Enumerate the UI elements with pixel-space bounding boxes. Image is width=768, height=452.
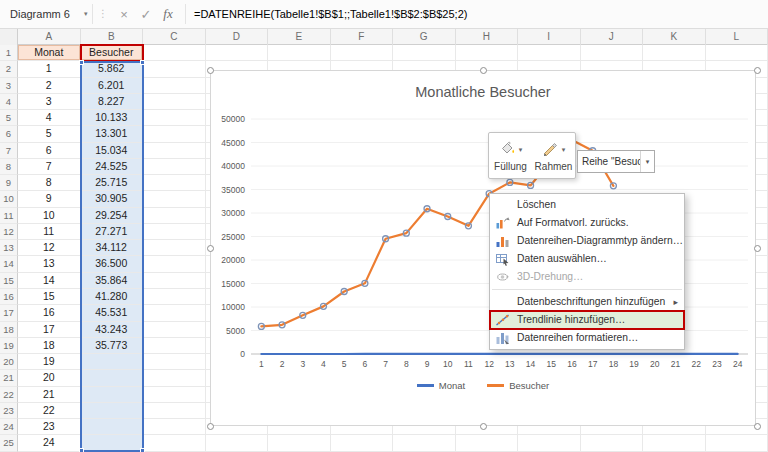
fill-button[interactable]: ▾ Füllung	[489, 133, 532, 178]
row-header-2[interactable]: 2	[0, 61, 18, 77]
row-header-8[interactable]: 8	[0, 159, 18, 175]
row-header-1[interactable]: 1	[0, 45, 18, 61]
column-header-E[interactable]: E	[268, 29, 331, 45]
cell-H1[interactable]	[456, 45, 519, 61]
cell-C13[interactable]	[143, 240, 206, 256]
column-header-K[interactable]: K	[643, 29, 706, 45]
cell-A14[interactable]: 13	[18, 256, 81, 272]
cell-B2[interactable]: 5.862	[81, 61, 144, 77]
cell-C7[interactable]	[143, 143, 206, 159]
menu-item-add-data-labels[interactable]: Datenbeschriftungen hinzufügen▸	[490, 293, 684, 311]
column-header-I[interactable]: I	[518, 29, 581, 45]
cell-C5[interactable]	[143, 110, 206, 126]
row-header-4[interactable]: 4	[0, 94, 18, 110]
column-header-L[interactable]: L	[706, 29, 768, 45]
column-header-D[interactable]: D	[206, 29, 269, 45]
row-header-19[interactable]: 19	[0, 338, 18, 354]
cell-A2[interactable]: 1	[18, 61, 81, 77]
chart-resize-handle[interactable]	[754, 423, 761, 430]
cell-B23[interactable]	[81, 403, 144, 419]
cell-L1[interactable]	[706, 45, 768, 61]
column-header-G[interactable]: G	[393, 29, 456, 45]
cancel-icon[interactable]: ×	[113, 7, 135, 22]
cell-A17[interactable]: 16	[18, 305, 81, 321]
cell-B9[interactable]: 25.715	[81, 175, 144, 191]
row-header-13[interactable]: 13	[0, 240, 18, 256]
cell-A8[interactable]: 7	[18, 159, 81, 175]
cell-C18[interactable]	[143, 322, 206, 338]
row-header-24[interactable]: 24	[0, 419, 18, 435]
row-header-18[interactable]: 18	[0, 322, 18, 338]
cell-A25[interactable]: 24	[18, 435, 81, 451]
cell-C3[interactable]	[143, 78, 206, 94]
cell-B11[interactable]: 29.254	[81, 208, 144, 224]
cell-B18[interactable]: 43.243	[81, 322, 144, 338]
column-header-J[interactable]: J	[581, 29, 644, 45]
cell-I25[interactable]	[518, 435, 581, 451]
cell-A7[interactable]: 6	[18, 143, 81, 159]
cell-C21[interactable]	[143, 370, 206, 386]
cell-B5[interactable]: 10.133	[81, 110, 144, 126]
cell-C25[interactable]	[143, 435, 206, 451]
cell-C20[interactable]	[143, 354, 206, 370]
cell-I1[interactable]	[518, 45, 581, 61]
cell-E1[interactable]	[268, 45, 331, 61]
row-header-21[interactable]: 21	[0, 370, 18, 386]
select-all-corner[interactable]	[0, 29, 18, 45]
cell-B6[interactable]: 13.301	[81, 126, 144, 142]
cell-C9[interactable]	[143, 175, 206, 191]
cell-D25[interactable]	[206, 435, 269, 451]
chart-resize-handle[interactable]	[754, 67, 761, 74]
cell-J1[interactable]	[581, 45, 644, 61]
row-header-11[interactable]: 11	[0, 208, 18, 224]
name-box[interactable]: Diagramm 6 ▾	[0, 0, 92, 29]
menu-item-change-chart-type[interactable]: Datenreihen-Diagrammtyp ändern…	[490, 232, 684, 250]
chart-resize-handle[interactable]	[480, 67, 487, 74]
row-header-22[interactable]: 22	[0, 387, 18, 403]
cell-C19[interactable]	[143, 338, 206, 354]
cell-A12[interactable]: 11	[18, 224, 81, 240]
row-header-23[interactable]: 23	[0, 403, 18, 419]
row-header-10[interactable]: 10	[0, 191, 18, 207]
cell-C4[interactable]	[143, 94, 206, 110]
cell-K25[interactable]	[643, 435, 706, 451]
cell-B8[interactable]: 24.525	[81, 159, 144, 175]
cell-C2[interactable]	[143, 61, 206, 77]
chart-resize-handle[interactable]	[207, 67, 214, 74]
formula-input[interactable]: =DATENREIHE(Tabelle1!$B$1;;Tabelle1!$B$2…	[194, 8, 467, 20]
cell-B20[interactable]	[81, 354, 144, 370]
column-header-B[interactable]: B	[81, 29, 144, 45]
cell-B16[interactable]: 41.280	[81, 289, 144, 305]
cell-A16[interactable]: 15	[18, 289, 81, 305]
cell-C11[interactable]	[143, 208, 206, 224]
cell-A22[interactable]: 21	[18, 387, 81, 403]
row-header-3[interactable]: 3	[0, 78, 18, 94]
legend-item-Monat[interactable]: Monat	[417, 380, 465, 391]
cell-B4[interactable]: 8.227	[81, 94, 144, 110]
row-header-25[interactable]: 25	[0, 435, 18, 451]
cell-A23[interactable]: 22	[18, 403, 81, 419]
cell-A18[interactable]: 17	[18, 322, 81, 338]
cell-G25[interactable]	[393, 435, 456, 451]
cell-F1[interactable]	[331, 45, 394, 61]
enter-icon[interactable]: ✓	[135, 7, 157, 22]
cell-L25[interactable]	[706, 435, 768, 451]
row-header-20[interactable]: 20	[0, 354, 18, 370]
cell-C23[interactable]	[143, 403, 206, 419]
row-header-17[interactable]: 17	[0, 305, 18, 321]
cell-B17[interactable]: 45.531	[81, 305, 144, 321]
cell-C24[interactable]	[143, 419, 206, 435]
cell-A24[interactable]: 23	[18, 419, 81, 435]
menu-item-delete[interactable]: Löschen	[490, 196, 684, 214]
cell-B3[interactable]: 6.201	[81, 78, 144, 94]
row-header-12[interactable]: 12	[0, 224, 18, 240]
row-header-6[interactable]: 6	[0, 126, 18, 142]
cell-B25[interactable]	[81, 435, 144, 451]
cell-D1[interactable]	[206, 45, 269, 61]
column-header-H[interactable]: H	[456, 29, 519, 45]
cell-B12[interactable]: 27.271	[81, 224, 144, 240]
chart-resize-handle[interactable]	[754, 245, 761, 252]
cell-A21[interactable]: 20	[18, 370, 81, 386]
menu-item-add-trendline[interactable]: Trendlinie hinzufügen…	[490, 311, 684, 329]
row-header-7[interactable]: 7	[0, 143, 18, 159]
